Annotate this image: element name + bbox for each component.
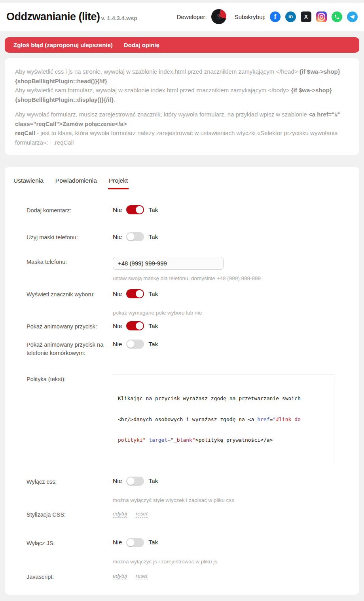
field-label: Stylizacja CSS: bbox=[27, 509, 113, 519]
toggle-add-comment[interactable] bbox=[126, 205, 144, 214]
reset-css-link[interactable]: reset bbox=[136, 511, 148, 518]
tab-projekt[interactable]: Projekt bbox=[108, 177, 129, 189]
row-animated-button: Pokaż animowany przycisk: Nie Tak bbox=[27, 321, 351, 331]
toggle-knob bbox=[127, 539, 135, 546]
field-label: Dodaj komentarz: bbox=[27, 205, 113, 215]
toggle-group: Nie Tak bbox=[113, 289, 351, 298]
row-disable-js: Wyłącz JS: Nie Tak można wyłączyć js i z… bbox=[27, 538, 351, 565]
whatsapp-icon[interactable] bbox=[332, 11, 342, 22]
field-label: Szablon: bbox=[27, 600, 113, 601]
toggle-animated-button-mobile[interactable] bbox=[126, 340, 144, 349]
row-disable-css: Wyłącz css: Nie Tak można wyłączyć style… bbox=[27, 477, 351, 503]
toggle-yes-label: Tak bbox=[148, 206, 158, 214]
instructions-paragraph-1: Aby wyświetlić css i js na stronie, wywo… bbox=[15, 67, 349, 104]
developer-label: Deweloper: bbox=[177, 13, 207, 20]
toggle-no-label: Nie bbox=[113, 539, 122, 546]
row-template: Szablon: edytuj reset bbox=[27, 600, 351, 601]
instagram-lens bbox=[320, 15, 323, 19]
phone-mask-input[interactable] bbox=[113, 257, 224, 270]
tab-powiadomienia[interactable]: Powiadomienia bbox=[55, 177, 98, 189]
social-links: f in X bbox=[270, 11, 358, 22]
phone-glyph bbox=[334, 14, 340, 20]
field-hint: ustaw swoją maskę dla telefonu, domyślni… bbox=[113, 275, 351, 281]
toggle-yes-label: Tak bbox=[148, 477, 158, 485]
toggle-knob bbox=[136, 322, 143, 330]
row-policy-text: Polityka (tekst): Klikając na przycisk w… bbox=[27, 374, 351, 463]
title-block: Oddzwanianie (lite) v. 1.4.3.4.wsp bbox=[6, 11, 137, 23]
report-bug-link[interactable]: Zgłoś błąd (zaproponuj ulepszenie) bbox=[13, 42, 113, 48]
code-line: polityki" target="_blank">politykę prywa… bbox=[118, 437, 329, 444]
policy-code-editor[interactable]: Klikając na przycisk wyrażasz zgodę na p… bbox=[113, 374, 334, 463]
toggle-group: Nie Tak bbox=[113, 538, 351, 547]
reset-js-link[interactable]: reset bbox=[136, 573, 148, 580]
facebook-icon[interactable]: f bbox=[270, 11, 281, 22]
x-twitter-icon[interactable]: X bbox=[301, 11, 311, 22]
edit-js-link[interactable]: edytuj bbox=[113, 573, 127, 580]
field-hint: można wyłączyć js i zarejestrować w plik… bbox=[113, 559, 351, 565]
toggle-group: Nie Tak bbox=[113, 477, 351, 486]
code-line: Klikając na przycisk wyrażasz zgodę na p… bbox=[118, 395, 329, 402]
settings-form: Dodaj komentarz: Nie Tak Użyj maski tele… bbox=[13, 205, 351, 601]
version-label: v. 1.4.3.4.wsp bbox=[101, 15, 138, 21]
app-header: Oddzwanianie (lite) v. 1.4.3.4.wsp Dewel… bbox=[0, 3, 364, 31]
tab-ustawienia[interactable]: Ustawienia bbox=[13, 177, 44, 189]
tab-bar: Ustawienia Powiadomienia Projekt bbox=[13, 177, 351, 189]
toggle-no-label: Nie bbox=[113, 290, 122, 298]
field-hint: pokaż wymagane pole wyboru lub nie bbox=[113, 310, 351, 316]
toggle-no-label: Nie bbox=[113, 206, 122, 214]
toggle-group: Nie Tak bbox=[113, 340, 351, 349]
toggle-disable-js[interactable] bbox=[126, 538, 144, 547]
toggle-yes-label: Tak bbox=[148, 322, 158, 330]
subscribe-label: Subskrybuj: bbox=[235, 13, 265, 20]
code-line: <br/>danych osobowych i wyrażasz zgodę n… bbox=[118, 416, 329, 423]
instructions-paragraph-2: Aby wywołać formularz, musisz zarejestro… bbox=[15, 110, 349, 147]
toggle-no-label: Nie bbox=[113, 322, 122, 330]
action-links: edytuj reset bbox=[113, 509, 351, 518]
toggle-knob bbox=[136, 206, 143, 214]
field-label: Wyświetl znacznik wyboru: bbox=[27, 289, 113, 316]
toggle-group: Nie Tak bbox=[113, 232, 351, 241]
field-label: Wyłącz JS: bbox=[27, 538, 113, 565]
field-label: Polityka (tekst): bbox=[27, 374, 113, 463]
field-label: Maska telefonu: bbox=[27, 257, 113, 281]
toggle-knob bbox=[127, 477, 135, 485]
toggle-disable-css[interactable] bbox=[126, 477, 144, 486]
field-hint: można wyłączyć style wtyczek i zapisać w… bbox=[113, 497, 351, 503]
row-css-styling: Stylizacja CSS: edytuj reset bbox=[27, 509, 351, 519]
toggle-animated-button[interactable] bbox=[126, 321, 144, 330]
action-links: edytuj reset bbox=[113, 600, 351, 601]
toggle-group: Nie Tak bbox=[113, 205, 351, 214]
row-add-comment: Dodaj komentarz: Nie Tak bbox=[27, 205, 351, 215]
linkedin-icon[interactable]: in bbox=[285, 11, 296, 22]
toggle-no-label: Nie bbox=[113, 477, 122, 485]
row-animated-button-mobile: Pokaż animowany przycisk na telefonie ko… bbox=[27, 340, 351, 357]
settings-panel: Ustawienia Powiadomienia Projekt Dodaj k… bbox=[5, 167, 359, 595]
toggle-yes-label: Tak bbox=[148, 290, 158, 298]
toggle-no-label: Nie bbox=[113, 341, 122, 348]
instructions-card: Aby wyświetlić css i js na stronie, wywo… bbox=[5, 58, 359, 155]
add-review-link[interactable]: Dodaj opinię bbox=[124, 42, 159, 48]
toggle-knob bbox=[136, 290, 143, 298]
field-label: Pokaż animowany przycisk na telefonie ko… bbox=[27, 340, 113, 357]
toggle-yes-label: Tak bbox=[148, 341, 158, 348]
toggle-group: Nie Tak bbox=[113, 321, 351, 330]
telegram-icon[interactable] bbox=[347, 11, 358, 22]
toggle-knob bbox=[127, 340, 135, 348]
field-label: Wyłącz css: bbox=[27, 477, 113, 503]
field-label: Użyj maski telefonu: bbox=[27, 232, 113, 242]
page-title: Oddzwanianie (lite) bbox=[6, 11, 100, 23]
toggle-use-phone-mask[interactable] bbox=[126, 232, 144, 241]
alert-banner: Zgłoś błąd (zaproponuj ulepszenie) Dodaj… bbox=[5, 37, 359, 53]
developer-logo[interactable]: S bbox=[211, 9, 226, 24]
toggle-show-choice-marker[interactable] bbox=[126, 289, 144, 298]
action-links: edytuj reset bbox=[113, 572, 351, 580]
field-label: Javascript: bbox=[27, 572, 113, 581]
edit-css-link[interactable]: edytuj bbox=[113, 511, 127, 518]
paper-plane-glyph bbox=[349, 14, 355, 20]
toggle-yes-label: Tak bbox=[148, 233, 158, 240]
instagram-icon[interactable] bbox=[316, 11, 327, 22]
toggle-knob bbox=[127, 233, 135, 240]
row-phone-mask: Maska telefonu: ustaw swoją maskę dla te… bbox=[27, 257, 351, 281]
field-label: Pokaż animowany przycisk: bbox=[27, 321, 113, 331]
header-right: Deweloper: S Subskrybuj: f in X bbox=[177, 9, 358, 24]
